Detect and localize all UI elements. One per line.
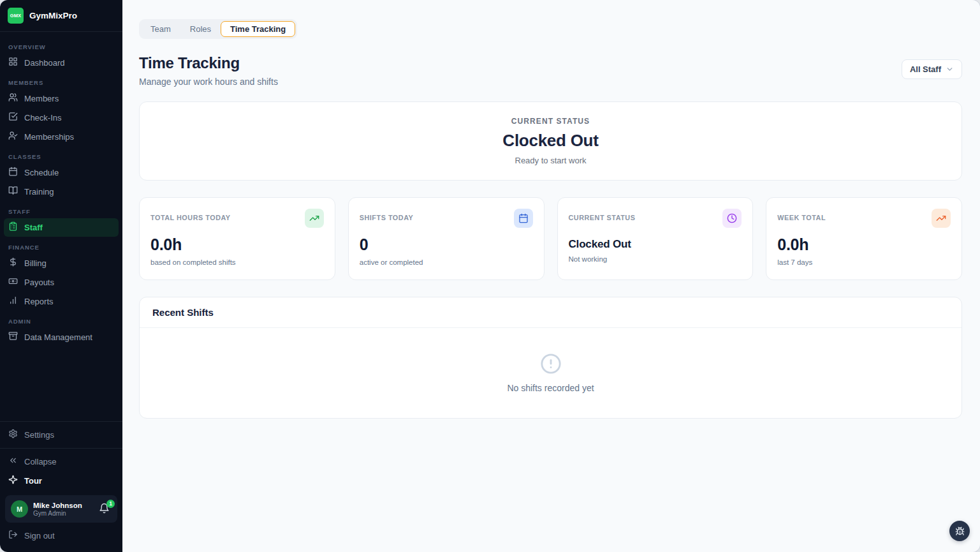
tour-label: Tour <box>24 475 42 486</box>
status-banner-label: CURRENT STATUS <box>511 117 590 126</box>
sign-out-button[interactable]: Sign out <box>4 526 119 545</box>
sidebar-item-billing[interactable]: Billing <box>4 254 119 272</box>
stat-title: SHIFTS TODAY <box>360 209 413 221</box>
section-label-finance: FINANCE <box>0 237 122 253</box>
sign-out-label: Sign out <box>24 530 55 541</box>
sidebar-item-label: Training <box>24 186 54 197</box>
sidebar-item-label: Members <box>24 93 59 104</box>
sidebar-item-label: Payouts <box>24 277 54 288</box>
user-role: Gym Admin <box>33 510 94 517</box>
sidebar-item-memberships[interactable]: Memberships <box>4 128 119 146</box>
calendar-icon <box>514 209 533 228</box>
sidebar-item-label: Settings <box>24 429 54 440</box>
page-header-text: Time Tracking Manage your work hours and… <box>139 54 278 87</box>
stat-caption: based on completed shifts <box>150 258 324 266</box>
sidebar-item-members[interactable]: Members <box>4 89 119 108</box>
collapse-label: Collapse <box>24 456 57 467</box>
sidebar-item-label: Reports <box>24 296 54 307</box>
stat-title: TOTAL HOURS TODAY <box>150 209 231 221</box>
sidebar-item-payouts[interactable]: Payouts <box>4 273 119 292</box>
section-label-classes: CLASSES <box>0 147 122 163</box>
app-window: GMX GymMixPro OVERVIEW Dashboard MEMBERS… <box>0 0 980 552</box>
user-card[interactable]: M Mike Johnson Gym Admin 1 <box>5 495 117 523</box>
stat-card-current-status: CURRENT STATUS Clocked Out Not working <box>557 197 754 280</box>
alert-circle-icon <box>540 353 562 375</box>
trending-up-icon <box>305 209 324 228</box>
section-label-overview: OVERVIEW <box>0 37 122 53</box>
stat-cards: TOTAL HOURS TODAY 0.0h based on complete… <box>139 197 962 280</box>
sidebar-item-data-management[interactable]: Data Management <box>4 328 119 347</box>
tab-time-tracking[interactable]: Time Tracking <box>221 21 295 37</box>
stat-card-shifts-today: SHIFTS TODAY 0 active or completed <box>348 197 545 280</box>
sidebar-footer: Settings Collapse Tour M Mike Johnson Gy… <box>0 417 122 552</box>
main-content: Team Roles Time Tracking Time Tracking M… <box>122 0 980 552</box>
recent-shifts-title: Recent Shifts <box>140 297 962 328</box>
sidebar-item-training[interactable]: Training <box>4 183 119 201</box>
sidebar: GMX GymMixPro OVERVIEW Dashboard MEMBERS… <box>0 0 122 552</box>
sidebar-item-reports[interactable]: Reports <box>4 292 119 311</box>
sidebar-item-schedule[interactable]: Schedule <box>4 163 119 182</box>
staff-filter-label: All Staff <box>910 64 941 74</box>
notification-badge: 1 <box>106 500 115 508</box>
stat-caption: last 7 days <box>777 258 951 266</box>
sidebar-item-dashboard[interactable]: Dashboard <box>4 54 119 72</box>
sparkles-icon <box>8 475 18 487</box>
stat-title: WEEK TOTAL <box>777 209 826 221</box>
banknote-icon <box>8 276 18 288</box>
calendar-icon <box>8 167 18 179</box>
page-subtitle: Manage your work hours and shifts <box>139 77 278 87</box>
app-logo: GMX GymMixPro <box>0 0 122 32</box>
section-label-staff: STAFF <box>0 202 122 218</box>
stat-value: 0.0h <box>150 235 324 254</box>
divider <box>0 448 122 449</box>
stat-title: CURRENT STATUS <box>569 209 636 221</box>
stat-value: Clocked Out <box>569 238 742 251</box>
check-square-icon <box>8 112 18 124</box>
gear-icon <box>8 429 18 441</box>
sidebar-nav: OVERVIEW Dashboard MEMBERS Members Check… <box>0 32 122 417</box>
page-header: Time Tracking Manage your work hours and… <box>139 54 962 87</box>
dollar-icon <box>8 257 18 269</box>
status-banner-value: Clocked Out <box>502 131 598 151</box>
page-title: Time Tracking <box>139 54 278 72</box>
debug-button[interactable] <box>949 521 970 541</box>
notifications-button[interactable]: 1 <box>99 503 112 516</box>
collapse-sidebar-button[interactable]: Collapse <box>4 452 119 471</box>
bar-chart-icon <box>8 295 18 308</box>
tab-bar: Team Roles Time Tracking <box>139 19 297 39</box>
sidebar-item-label: Data Management <box>24 332 92 343</box>
status-banner-caption: Ready to start work <box>515 156 587 165</box>
stat-card-week-total: WEEK TOTAL 0.0h last 7 days <box>766 197 962 280</box>
avatar: M <box>11 500 28 518</box>
sidebar-item-label: Schedule <box>24 167 59 178</box>
sidebar-item-label: Check-Ins <box>24 112 62 123</box>
sidebar-item-label: Staff <box>24 222 43 233</box>
stat-caption: Not working <box>569 255 742 263</box>
tour-button[interactable]: Tour <box>4 472 119 490</box>
chevron-down-icon <box>946 65 954 73</box>
user-meta: Mike Johnson Gym Admin <box>33 502 94 517</box>
user-check-icon <box>8 131 18 143</box>
staff-filter-dropdown[interactable]: All Staff <box>902 59 962 79</box>
tab-team[interactable]: Team <box>141 21 180 37</box>
app-name: GymMixPro <box>29 11 77 20</box>
stat-value: 0 <box>360 235 533 254</box>
trending-up-icon <box>932 209 951 228</box>
bug-icon <box>955 526 965 536</box>
recent-shifts-empty-state: No shifts recorded yet <box>140 328 962 418</box>
tab-roles[interactable]: Roles <box>180 21 221 37</box>
logo-badge: GMX <box>8 8 24 24</box>
chevrons-left-icon <box>8 456 18 468</box>
log-out-icon <box>8 530 18 542</box>
book-open-icon <box>8 186 18 198</box>
user-name: Mike Johnson <box>33 502 94 509</box>
section-label-admin: ADMIN <box>0 311 122 327</box>
sidebar-item-settings[interactable]: Settings <box>4 426 119 444</box>
sidebar-item-staff[interactable]: Staff <box>4 218 119 237</box>
current-status-banner: CURRENT STATUS Clocked Out Ready to star… <box>139 101 962 181</box>
stat-card-total-hours: TOTAL HOURS TODAY 0.0h based on complete… <box>139 197 335 280</box>
empty-state-text: No shifts recorded yet <box>507 383 594 393</box>
sidebar-item-label: Billing <box>24 258 47 269</box>
sidebar-item-check-ins[interactable]: Check-Ins <box>4 108 119 127</box>
clock-icon <box>722 209 742 228</box>
